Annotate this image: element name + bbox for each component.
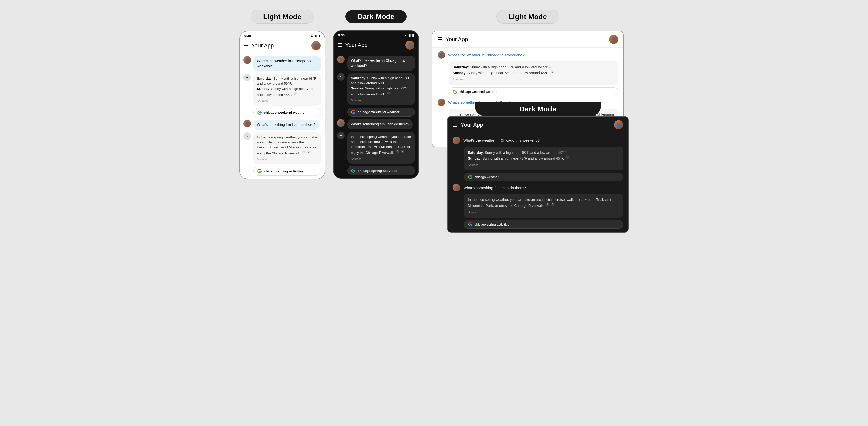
status-bar-dark: 9:30 ▲ ▮ ▮ bbox=[334, 31, 418, 39]
tablet-hamburger-dark[interactable]: ☰ bbox=[453, 122, 457, 128]
tablet-avatar-img-light: 👤 bbox=[609, 35, 618, 44]
tablet-title-light: Your App bbox=[445, 36, 606, 43]
chip2-label-dark: chicago spring activities bbox=[358, 169, 397, 173]
tablet-sources-1-dark: Sources bbox=[468, 163, 619, 167]
signal-icon: ▮ bbox=[315, 34, 317, 38]
dark-phone-frame: 9:30 ▲ ▮ ▮ ☰ Your App 👤 👤 What's the wea… bbox=[333, 30, 419, 179]
status-icons: ▲ ▮ ▮ bbox=[310, 34, 320, 38]
hamburger-icon-light[interactable]: ☰ bbox=[244, 43, 248, 48]
avatar-light[interactable]: 👤 bbox=[311, 41, 320, 50]
sunday-label-light: Sunday bbox=[257, 87, 269, 91]
dark-tablet-section: Dark Mode ☰ Your App 👤 👤 What's the weat… bbox=[447, 102, 629, 233]
light-mode-pill: Light Mode bbox=[251, 10, 314, 24]
ai-bubble-2-dark: In the nice spring weather, you can take… bbox=[347, 132, 415, 164]
ai-bubble-1-light: Saturday: Sunny with a high near 68°F an… bbox=[253, 74, 321, 106]
tablet-hamburger-light[interactable]: ☰ bbox=[437, 36, 442, 42]
battery-icon: ▮ bbox=[318, 34, 320, 38]
tablet-g-2-dark bbox=[468, 222, 473, 227]
tablet-dark-frame: ☰ Your App 👤 👤 What's the weather in Chi… bbox=[447, 116, 629, 233]
user-avatar-2-dark: 👤 bbox=[337, 119, 345, 127]
ai-avatar-2-light: ✦ bbox=[243, 132, 251, 140]
ai-message-1-dark: ✦ Saturday: Sunny with a high near 68°F … bbox=[337, 73, 415, 105]
wifi-icon: ▲ bbox=[310, 34, 313, 38]
user-avatar-1-light: 👤 bbox=[243, 56, 251, 64]
tablet-column: Light Mode ☰ Your App 👤 👤 What's the wea… bbox=[427, 10, 629, 233]
user-message-1-light: 👤 What's the weather in Chicago this wee… bbox=[243, 56, 321, 71]
ai-avatar-1-light: ✦ bbox=[243, 74, 251, 81]
sunday-label-dark: Sunday bbox=[351, 87, 363, 90]
chip1-label-light: chicago weekend weather bbox=[264, 111, 306, 114]
app-header-dark: ☰ Your App 👤 bbox=[334, 39, 418, 53]
tablet-sup-1-light: 1 bbox=[551, 70, 554, 73]
tablet-avatar-light[interactable]: 👤 bbox=[609, 35, 618, 44]
light-mode-label-tablet: Light Mode bbox=[496, 10, 559, 24]
light-mobile-column: Light Mode 9:30 ▲ ▮ ▮ ☰ Your App 👤 👤 Wha bbox=[239, 10, 325, 179]
tablet-user-msg-1-dark: 👤 What's the weather in Chicago this wee… bbox=[453, 137, 623, 144]
superscript-2b-dark: 2 bbox=[401, 150, 404, 153]
search-chip-2-light[interactable]: chicago spring activities bbox=[253, 167, 321, 176]
google-icon-2-dark bbox=[351, 168, 355, 173]
tablet-header-dark: ☰ Your App 👤 bbox=[447, 117, 628, 133]
status-icons-dark: ▲ ▮ ▮ bbox=[404, 33, 414, 37]
chat-area-light: 👤 What's the weather in Chicago this wee… bbox=[240, 53, 324, 179]
user-message-2-light: 👤 What's something fun I can do there? bbox=[243, 120, 321, 130]
google-icon-1-dark bbox=[351, 110, 355, 114]
wifi-icon-dark: ▲ bbox=[404, 33, 407, 37]
superscript-1-dark: 1 bbox=[387, 92, 391, 94]
tablet-g-1-light bbox=[453, 90, 458, 94]
user-message-2-dark: 👤 What's something fun I can do there? bbox=[337, 119, 415, 129]
ai-message-1-light: ✦ Saturday: Sunny with a high near 68°F … bbox=[243, 74, 321, 106]
tablet-q1-dark: What's the weather in Chicago this weeke… bbox=[463, 138, 540, 142]
avatar-dark[interactable]: 👤 bbox=[405, 41, 414, 50]
tablet-chip2-label-dark: chicago spring activities bbox=[474, 223, 509, 226]
superscript-2a-dark: 1 bbox=[396, 150, 400, 153]
ai-avatar-2-dark: ✦ bbox=[337, 132, 345, 139]
tablet-sources-2-dark: Sources bbox=[468, 210, 619, 215]
search-chip-1-light[interactable]: chicago weekend weather bbox=[253, 108, 321, 117]
tablet-avatar-dark[interactable]: 👤 bbox=[614, 120, 623, 129]
tablet-sun-label-light: Sunday bbox=[453, 71, 466, 75]
tablet-avatar-img-dark: 👤 bbox=[614, 120, 623, 129]
tablet-sup-2b-dark: 2 bbox=[551, 203, 555, 206]
tablet-header-light: ☰ Your App 👤 bbox=[433, 31, 623, 47]
dark-tablet-pill: Dark Mode bbox=[475, 102, 601, 116]
tablet-chip1-label-dark: chicago weather bbox=[474, 175, 499, 179]
battery-icon-dark: ▮ bbox=[412, 33, 414, 37]
app-header-light: ☰ Your App 👤 bbox=[240, 39, 324, 53]
tablet-user-av-2-light: 👤 bbox=[437, 99, 445, 106]
signal-icon-dark: ▮ bbox=[409, 33, 410, 37]
superscript-1-light: 1 bbox=[293, 92, 297, 95]
tablet-sat-text-dark: : Sunny with a high near 68°F and a low … bbox=[483, 151, 566, 155]
chip1-label-dark: chicago weekend weather bbox=[358, 110, 400, 114]
google-icon-1-light bbox=[257, 110, 262, 115]
tablet-sat-text-light: : Sunny with a high near 68°F and a low … bbox=[468, 65, 551, 69]
tablet-sup-1-dark: 1 bbox=[566, 156, 569, 159]
tablet-sun-label-dark: Sunday bbox=[468, 156, 480, 160]
ai-bubble-1-dark: Saturday: Sunny with a high near 68°F an… bbox=[347, 73, 415, 105]
tablet-a1-dark: Saturday: Sunny with a high near 68°F an… bbox=[464, 147, 623, 170]
tablet-chip-1-light[interactable]: chicago weekend weather bbox=[448, 88, 618, 96]
tablet-sat-label-dark: Saturday bbox=[468, 151, 483, 155]
search-chip-2-dark[interactable]: chicago spring activities bbox=[347, 166, 415, 175]
ai-message-2-dark: ✦ In the nice spring weather, you can ta… bbox=[337, 132, 415, 164]
hamburger-icon-dark[interactable]: ☰ bbox=[338, 42, 342, 48]
dark-mode-label-tablet: Dark Mode bbox=[447, 102, 629, 116]
chat-area-dark: 👤 What's the weather in Chicago this wee… bbox=[334, 53, 418, 178]
avatar-image-light: 👤 bbox=[311, 41, 320, 50]
tablet-chip-2-dark[interactable]: chicago spring activities bbox=[464, 220, 623, 229]
superscript-2a-light: 1 bbox=[302, 151, 306, 153]
tablet-sun-text-dark: : Sunny with a high near 73°F and a low … bbox=[480, 156, 564, 160]
search-chip-1-dark[interactable]: chicago weekend weather bbox=[347, 108, 415, 117]
avatar-image-dark: 👤 bbox=[405, 41, 414, 50]
chip2-label-light: chicago spring activities bbox=[264, 169, 304, 173]
tablet-a1-light: Saturday: Sunny with a high near 68°F an… bbox=[448, 61, 618, 85]
tablet-chip-1-dark[interactable]: chicago weather bbox=[464, 173, 623, 181]
app-title-dark: Your App bbox=[345, 42, 402, 48]
tablet-sources-1-light: Sources bbox=[453, 77, 614, 82]
sources-1-dark: Sources bbox=[351, 98, 411, 103]
dark-mode-pill: Dark Mode bbox=[345, 10, 406, 23]
status-time-dark: 9:30 bbox=[338, 33, 345, 37]
tablet-q1-light: What's the weather in Chicago this weeke… bbox=[448, 53, 525, 57]
saturday-label-dark: Saturday bbox=[351, 76, 365, 80]
dark-mode-label-mobile: Dark Mode bbox=[345, 10, 406, 23]
